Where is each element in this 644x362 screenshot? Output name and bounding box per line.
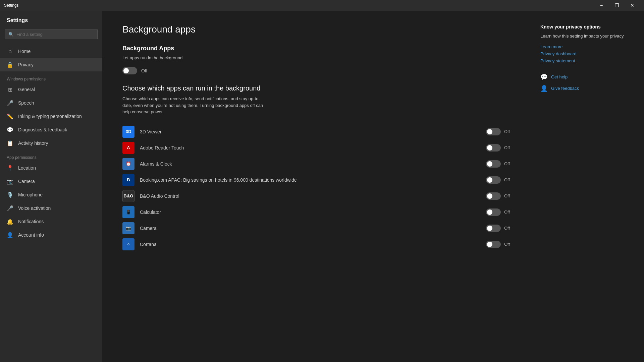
sidebar-item-activity[interactable]: 📋 Activity history (0, 136, 102, 150)
app-toggle-6[interactable] (486, 225, 501, 232)
app-toggle-5[interactable] (486, 208, 501, 216)
minimize-button[interactable]: − (594, 0, 609, 11)
app-toggle-2[interactable] (486, 160, 501, 168)
app-list-item: ○ Cortana Off (122, 236, 510, 252)
sidebar-item-general[interactable]: ⊞ General (0, 83, 102, 96)
app-icon: 📱 (122, 206, 135, 218)
title-bar: Settings − ❐ ✕ (0, 0, 644, 11)
app-list-item: 📱 Calculator Off (122, 204, 510, 220)
accountinfo-icon: 👤 (7, 232, 13, 238)
sidebar-item-camera[interactable]: 📷 Camera (0, 175, 102, 188)
sidebar-item-notifications[interactable]: 🔔 Notifications (0, 215, 102, 228)
app-icon: B (122, 174, 135, 186)
sidebar-item-location[interactable]: 📍 Location (0, 161, 102, 175)
app-list-item: 3D 3D Viewer Off (122, 124, 510, 140)
sidebar-item-label: Microphone (18, 192, 43, 197)
sidebar-item-privacy[interactable]: 🔒 Privacy (0, 58, 102, 71)
close-button[interactable]: ✕ (625, 0, 640, 11)
main-content: Background apps Background Apps Let apps… (102, 11, 530, 362)
app-name: 3D Viewer (140, 129, 481, 134)
app-list-item: B Booking.com APAC: Big savings on hotel… (122, 172, 510, 188)
app-list-item: A Adobe Reader Touch Off (122, 140, 510, 156)
privacy-icon: 🔒 (7, 61, 13, 68)
app-name: Camera (140, 226, 481, 231)
sidebar-item-label: Privacy (18, 62, 34, 67)
sidebar-item-label: Location (18, 165, 36, 171)
sidebar-item-label: Diagnostics & feedback (18, 127, 67, 132)
privacy-dashboard-link[interactable]: Privacy dashboard (540, 51, 634, 56)
sidebar-header: Settings (0, 11, 102, 27)
app-toggle-area: Off (486, 144, 510, 152)
diagnostics-icon: 💬 (7, 126, 13, 133)
sidebar-item-home[interactable]: ⌂ Home (0, 45, 102, 58)
sidebar-item-label: Camera (18, 179, 35, 184)
app-toggle-7[interactable] (486, 241, 501, 248)
app-toggle-0[interactable] (486, 128, 501, 135)
general-icon: ⊞ (7, 86, 13, 93)
app-list-item: 📷 Camera Off (122, 220, 510, 236)
sidebar-item-microphone[interactable]: 🎙️ Microphone (0, 188, 102, 201)
app-toggle-area: Off (486, 208, 510, 216)
app-name: Alarms & Clock (140, 161, 481, 167)
section-label-windows: Windows permissions (0, 71, 102, 83)
get-help-link[interactable]: Get help (551, 74, 568, 79)
get-help-icon: 💬 (540, 73, 548, 81)
maximize-button[interactable]: ❐ (609, 0, 625, 11)
sidebar-item-label: Voice activation (18, 205, 51, 211)
location-icon: 📍 (7, 165, 13, 171)
voice-icon: 🎤 (7, 205, 13, 212)
window-controls: − ❐ ✕ (594, 0, 640, 11)
choose-title: Choose which apps can run in the backgro… (122, 84, 510, 92)
search-box[interactable]: 🔍 (5, 29, 98, 39)
app-body: Settings 🔍 ⌂ Home 🔒 Privacy Windows perm… (0, 11, 644, 362)
search-input[interactable] (16, 32, 94, 37)
sidebar-item-label: General (18, 87, 35, 92)
sidebar-item-inking[interactable]: ✏️ Inking & typing personalization (0, 110, 102, 123)
app-toggle-area: Off (486, 192, 510, 200)
section-desc-background: Let apps run in the background (122, 55, 510, 60)
sidebar-item-accountinfo[interactable]: 👤 Account info (0, 228, 102, 242)
app-toggle-area: Off (486, 128, 510, 135)
privacy-statement-link[interactable]: Privacy statement (540, 58, 634, 63)
app-name: B&O Audio Control (140, 193, 481, 199)
app-icon: 3D (122, 126, 135, 138)
app-name: Calculator (140, 209, 481, 215)
app-name: Booking.com APAC: Big savings on hotels … (140, 177, 481, 183)
page-title: Background apps (122, 24, 510, 35)
app-icon: A (122, 142, 135, 154)
app-toggle-area: Off (486, 225, 510, 232)
sidebar-item-diagnostics[interactable]: 💬 Diagnostics & feedback (0, 123, 102, 136)
app-icon: ○ (122, 238, 135, 250)
background-toggle-label: Off (141, 68, 147, 73)
app-toggle-1[interactable] (486, 144, 501, 152)
speech-icon: 🎤 (7, 100, 13, 106)
section-title-background: Background Apps (122, 45, 510, 52)
microphone-icon: 🎙️ (7, 191, 13, 198)
app-list-item: B&O B&O Audio Control Off (122, 188, 510, 204)
learn-more-link[interactable]: Learn more (540, 44, 634, 49)
app-toggle-3[interactable] (486, 176, 501, 184)
notifications-icon: 🔔 (7, 218, 13, 225)
app-toggle-4[interactable] (486, 192, 501, 200)
give-feedback-item[interactable]: 👤 Give feedback (540, 85, 634, 92)
sidebar-item-label: Account info (18, 232, 44, 238)
app-toggle-area: Off (486, 176, 510, 184)
background-toggle[interactable] (122, 67, 137, 74)
know-privacy-desc: Learn how this setting impacts your priv… (540, 33, 634, 40)
app-toggle-label: Off (504, 226, 510, 231)
app-toggle-label: Off (504, 209, 510, 215)
app-icon: B&O (122, 190, 135, 202)
app-list-item: ⏰ Alarms & Clock Off (122, 156, 510, 172)
app-toggle-label: Off (504, 193, 510, 198)
app-toggle-label: Off (504, 145, 510, 150)
app-toggle-label: Off (504, 129, 510, 134)
sidebar-item-voice[interactable]: 🎤 Voice activation (0, 201, 102, 215)
get-help-item[interactable]: 💬 Get help (540, 73, 634, 81)
give-feedback-link[interactable]: Give feedback (551, 86, 579, 91)
home-icon: ⌂ (7, 48, 13, 55)
background-toggle-row: Off (122, 67, 510, 74)
know-privacy-title: Know your privacy options (540, 24, 634, 29)
camera-icon: 📷 (7, 178, 13, 185)
sidebar-item-speech[interactable]: 🎤 Speech (0, 96, 102, 110)
search-icon: 🔍 (8, 32, 14, 37)
